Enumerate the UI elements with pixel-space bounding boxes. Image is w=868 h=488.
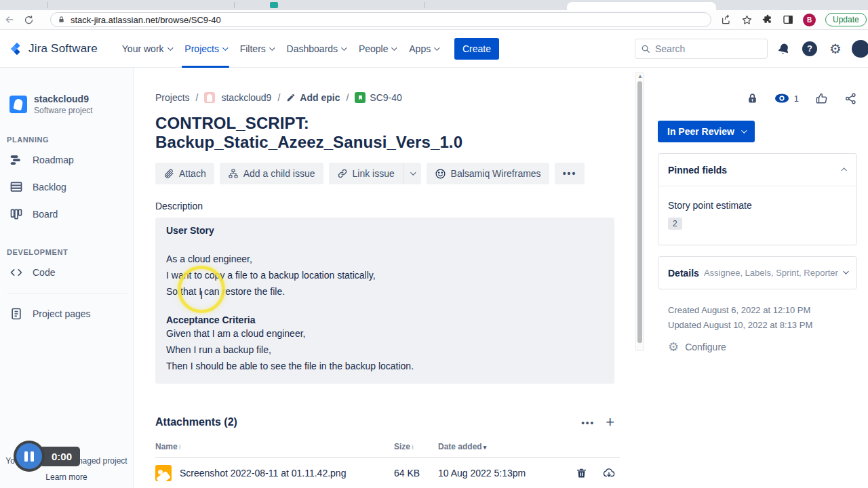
content-scrollbar[interactable]: ▲: [635, 72, 644, 351]
browser-toolbar: stack-jira.atlassian.net/browse/SC9-40 B…: [0, 10, 868, 30]
add-child-issue-button[interactable]: Add a child issue: [220, 163, 323, 184]
pinned-fields-card: Pinned fields Story point estimate 2: [658, 153, 857, 245]
settings-gear-icon[interactable]: ⚙: [826, 39, 845, 58]
description-line: I want to copy a file to a backup locati…: [166, 267, 604, 283]
attachment-row[interactable]: Screenshot 2022-08-11 at 01.11.42.png 64…: [155, 458, 620, 488]
tab-favicon-icon[interactable]: [270, 2, 278, 8]
created-date: Created August 6, 2022 at 12:10 PM: [668, 303, 857, 318]
issue-side-panel: 1 In Peer Review Pinned fields: [635, 68, 868, 488]
nav-dashboards[interactable]: Dashboards: [280, 30, 352, 68]
description-field[interactable]: User Story As a cloud engineer, I want t…: [155, 218, 614, 384]
attachment-name[interactable]: Screenshot 2022-08-11 at 01.11.42.png: [180, 468, 346, 479]
lock-icon[interactable]: [747, 92, 758, 105]
status-dropdown[interactable]: In Peer Review: [658, 121, 755, 142]
sidebar-item-code[interactable]: Code: [16, 259, 127, 286]
attachments-more-button[interactable]: •••: [581, 418, 595, 428]
nav-projects[interactable]: Projects: [178, 30, 233, 68]
create-button[interactable]: Create: [454, 38, 499, 60]
chevron-down-icon: [410, 169, 416, 175]
scroll-up-arrow[interactable]: ▲: [637, 74, 642, 79]
screen: stack-jira.atlassian.net/browse/SC9-40 B…: [0, 0, 868, 488]
top-navigation: Your work Projects Filters Dashboards Pe…: [115, 30, 445, 68]
link-issue-dropdown-button[interactable]: [403, 163, 421, 184]
add-attachment-button[interactable]: +: [606, 415, 614, 430]
description-line: So that I can restore the file.: [166, 283, 604, 300]
nav-your-work[interactable]: Your work: [115, 30, 178, 68]
brand-name: Jira Software: [28, 42, 98, 56]
share-page-icon[interactable]: [721, 14, 732, 25]
breadcrumb-project[interactable]: stackcloud9: [221, 92, 271, 103]
details-card: Details Assignee, Labels, Sprint, Report…: [658, 256, 857, 289]
notifications-bell-icon[interactable]: [774, 39, 793, 58]
recording-overlay[interactable]: 0:00: [14, 441, 80, 472]
gear-icon: ⚙: [668, 341, 679, 353]
pencil-icon: [286, 93, 296, 102]
nav-apps[interactable]: Apps: [402, 30, 445, 68]
global-search[interactable]: [635, 39, 768, 59]
attachments-heading: Attachments (2): [155, 416, 237, 428]
sidebar-item-backlog[interactable]: Backlog: [16, 174, 127, 201]
bookmark-star-icon[interactable]: [741, 14, 753, 26]
balsamiq-wireframes-button[interactable]: Balsamiq Wireframes: [427, 163, 549, 184]
description-line: As a cloud engineer,: [166, 251, 604, 267]
nav-people[interactable]: People: [352, 30, 402, 68]
download-attachment-icon[interactable]: [602, 467, 616, 479]
nav-filters[interactable]: Filters: [233, 30, 280, 68]
attachment-date: 10 Aug 2022 5:13pm: [438, 458, 545, 488]
sidebar-item-board[interactable]: Board: [16, 201, 127, 228]
chrome-update-button[interactable]: Update: [825, 13, 867, 26]
url-text: stack-jira.atlassian.net/browse/SC9-40: [71, 15, 221, 25]
sidebar-item-roadmap[interactable]: Roadmap: [16, 146, 127, 174]
chevron-down-icon: [843, 269, 849, 275]
column-date-added[interactable]: Date added▾: [438, 438, 545, 458]
watchers[interactable]: 1: [774, 93, 799, 104]
chevron-up-icon: [841, 168, 847, 174]
search-input[interactable]: [655, 43, 750, 54]
chevron-down-icon: [434, 45, 439, 50]
learn-more-link[interactable]: Learn more: [45, 472, 87, 482]
back-icon[interactable]: [0, 12, 19, 28]
share-issue-icon[interactable]: [844, 92, 857, 105]
project-type: Software project: [34, 106, 93, 115]
description-line: Then I should be able to see the file in…: [166, 358, 604, 374]
configure-button[interactable]: ⚙ Configure: [668, 341, 857, 353]
user-avatar[interactable]: [852, 40, 868, 58]
code-icon: [9, 266, 23, 279]
reload-icon[interactable]: [19, 12, 38, 28]
attachments-table: Name⁞ Size⁞ Date added▾ Screenshot 2022-…: [155, 438, 620, 488]
column-name[interactable]: Name⁞: [155, 438, 394, 458]
site-lock-icon: [58, 16, 65, 24]
issue-title[interactable]: CONTROL_SCRIPT: Backup_Static_Azeez_Sanu…: [155, 114, 614, 152]
jira-logo[interactable]: Jira Software: [9, 41, 98, 56]
browser-profile-avatar[interactable]: B: [803, 14, 816, 26]
delete-attachment-icon[interactable]: [576, 467, 587, 479]
help-icon[interactable]: ?: [800, 39, 819, 58]
paperclip-icon: [163, 168, 174, 179]
user-story-heading: User Story: [166, 225, 604, 236]
url-bar[interactable]: stack-jira.atlassian.net/browse/SC9-40: [50, 12, 711, 27]
scrollbar-thumb[interactable]: [637, 81, 642, 343]
chevron-down-icon: [167, 45, 173, 50]
story-point-label: Story point estimate: [668, 200, 847, 211]
column-size[interactable]: Size⁞: [394, 438, 438, 458]
description-line: When I run a backup file,: [166, 342, 604, 358]
sidebar-item-project-pages[interactable]: Project pages: [16, 300, 127, 327]
description-line: Given that I am a cloud engineer,: [166, 325, 604, 342]
link-issue-button[interactable]: Link issue: [329, 163, 403, 184]
vote-thumbs-up-icon[interactable]: [815, 92, 828, 105]
story-point-value[interactable]: 2: [668, 218, 682, 230]
breadcrumb-projects[interactable]: Projects: [155, 92, 190, 103]
details-header[interactable]: Details Assignee, Labels, Sprint, Report…: [658, 257, 856, 289]
active-tab[interactable]: [567, 2, 716, 10]
extensions-puzzle-icon[interactable]: [762, 14, 773, 25]
pinned-fields-header[interactable]: Pinned fields: [658, 154, 856, 186]
attach-button[interactable]: Attach: [155, 163, 214, 184]
project-header[interactable]: stackcloud9 Software project: [9, 94, 127, 115]
project-sidebar: stackcloud9 Software project PLANNING Ro…: [0, 68, 134, 488]
side-panel-icon[interactable]: [783, 14, 793, 25]
breadcrumb-project-avatar: [204, 92, 215, 103]
pause-button[interactable]: [14, 441, 45, 472]
breadcrumb-issue-key[interactable]: SC9-40: [355, 92, 401, 103]
breadcrumb-add-epic[interactable]: Add epic: [286, 92, 340, 103]
more-actions-button[interactable]: •••: [555, 163, 585, 184]
